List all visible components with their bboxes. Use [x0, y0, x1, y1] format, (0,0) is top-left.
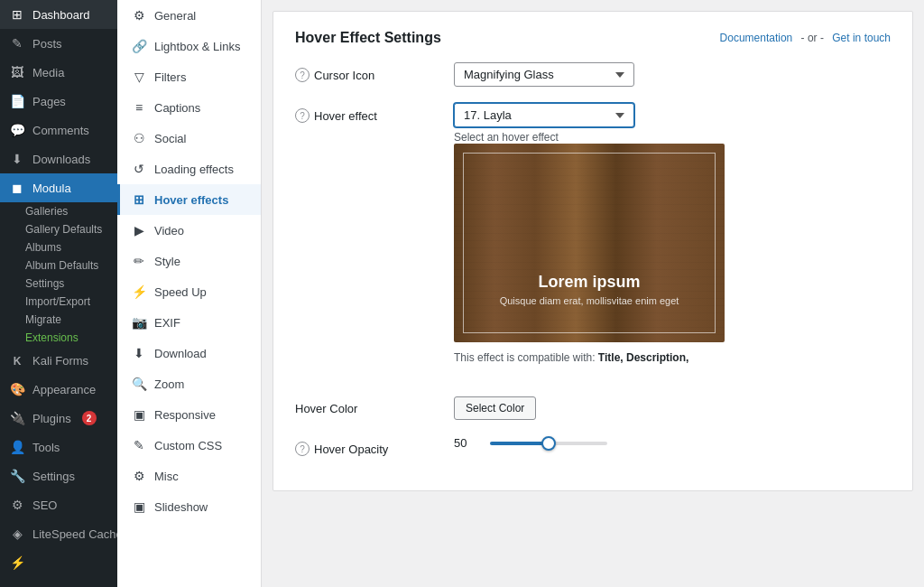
- sidebar-item-plugins[interactable]: 🔌 Plugins 2: [0, 404, 117, 433]
- documentation-link[interactable]: Documentation: [720, 32, 793, 44]
- hover-opacity-help[interactable]: ?: [295, 442, 310, 456]
- sidebar-item-posts[interactable]: ✎ Posts: [0, 29, 117, 58]
- filters-icon: ▽: [131, 70, 147, 84]
- sub-item-misc[interactable]: ⚙ Misc: [117, 461, 261, 491]
- sub-item-exif[interactable]: 📷 EXIF: [117, 307, 261, 338]
- hover-effect-preview: Lorem ipsum Quisque diam erat, mollisvit…: [454, 144, 725, 342]
- sidebar-sub-album-defaults[interactable]: Album Defaults: [0, 256, 117, 275]
- sidebar-item-appearance[interactable]: 🎨 Appearance: [0, 375, 117, 404]
- cursor-icon-label-group: ? Cursor Icon: [295, 62, 439, 82]
- sidebar-sub-import-export[interactable]: Import/Export: [0, 293, 117, 311]
- sidebar-sub-galleries[interactable]: Galleries: [0, 202, 117, 220]
- sub-item-video[interactable]: ▶ Video: [117, 215, 261, 246]
- hover-icon: ⊞: [131, 192, 147, 207]
- hover-effect-hint: Select an hover effect: [454, 131, 891, 144]
- cursor-icon-select[interactable]: Magnifying Glass Default Arrow Custom: [454, 62, 634, 87]
- seo-icon: ◈: [9, 526, 25, 541]
- opacity-row: 50: [454, 436, 891, 450]
- sidebar-item-comments[interactable]: 💬 Comments: [0, 116, 117, 144]
- preview-subtitle: Quisque diam erat, mollisvitae enim eget: [454, 295, 725, 306]
- loading-icon: ↺: [131, 162, 147, 176]
- sidebar-item-downloads[interactable]: ⬇ Downloads: [0, 144, 117, 173]
- hover-effect-help[interactable]: ?: [295, 108, 310, 123]
- misc-icon: ⚙: [131, 469, 147, 483]
- panel-title: Hover Effect Settings: [295, 30, 441, 46]
- hover-opacity-row: ? Hover Opacity 50: [295, 436, 891, 456]
- select-color-button[interactable]: Select Color: [454, 396, 536, 420]
- sub-item-lightbox[interactable]: 🔗 Lightbox & Links: [117, 31, 261, 61]
- media-icon: 🖼: [9, 65, 25, 79]
- header-separator: - or -: [801, 32, 827, 44]
- opacity-slider[interactable]: [490, 442, 607, 445]
- hover-effect-select[interactable]: 1. Lily 2. Sadie 3. Honey 4. Oscar 5. Ro…: [454, 103, 634, 127]
- sub-item-social[interactable]: ⚇ Social: [117, 123, 261, 154]
- sidebar-item-label: Dashboard: [32, 8, 90, 22]
- cursor-icon-control: Magnifying Glass Default Arrow Custom: [454, 62, 891, 87]
- users-icon: 👤: [9, 440, 25, 454]
- preview-title: Lorem ipsum: [454, 273, 725, 292]
- sub-item-loading[interactable]: ↺ Loading effects: [117, 154, 261, 184]
- litespeed-icon: ⚡: [9, 555, 25, 570]
- settings-icon: ⚙: [9, 498, 25, 512]
- hover-opacity-label: Hover Opacity: [314, 443, 388, 456]
- sub-item-zoom[interactable]: 🔍 Zoom: [117, 368, 261, 399]
- sub-item-hover[interactable]: ⊞ Hover effects: [117, 184, 261, 215]
- opacity-value: 50: [454, 436, 479, 450]
- sidebar-item-seo[interactable]: ◈ LiteSpeed Cache: [0, 519, 117, 548]
- hover-color-label: Hover Color: [295, 396, 439, 415]
- lightbox-icon: 🔗: [131, 39, 147, 53]
- sidebar-sub-settings[interactable]: Settings: [0, 275, 117, 293]
- sub-item-general[interactable]: ⚙ General: [117, 0, 261, 31]
- settings-panel: Hover Effect Settings Documentation - or…: [273, 11, 913, 491]
- sidebar-sub-migrate[interactable]: Migrate: [0, 311, 117, 329]
- sub-item-filters[interactable]: ▽ Filters: [117, 61, 261, 92]
- sidebar-item-modula[interactable]: ◼ Modula: [0, 173, 117, 202]
- sidebar-item-media[interactable]: 🖼 Media: [0, 58, 117, 87]
- compat-items: Title, Description,: [598, 351, 688, 364]
- cursor-icon-row: ? Cursor Icon Magnifying Glass Default A…: [295, 62, 891, 87]
- sidebar-sub-extensions[interactable]: Extensions: [0, 329, 117, 347]
- sidebar-item-settings[interactable]: ⚙ SEO: [0, 490, 117, 519]
- cursor-icon-help[interactable]: ?: [295, 68, 310, 82]
- cursor-icon-label: Cursor Icon: [314, 69, 374, 82]
- sidebar-item-tools[interactable]: 🔧 Settings: [0, 461, 117, 490]
- hover-color-row: Hover Color Select Color: [295, 396, 891, 420]
- sidebar-sub-albums[interactable]: Albums: [0, 238, 117, 256]
- settings-sidebar: ⚙ General 🔗 Lightbox & Links ▽ Filters ≡…: [117, 0, 262, 587]
- video-icon: ▶: [131, 223, 147, 238]
- plugins-icon: 🔌: [9, 411, 25, 425]
- sidebar-item-kali-forms[interactable]: K Kali Forms: [0, 347, 117, 375]
- social-icon: ⚇: [131, 131, 147, 145]
- preview-text-overlay: Lorem ipsum Quisque diam erat, mollisvit…: [454, 273, 725, 306]
- general-icon: ⚙: [131, 8, 147, 23]
- zoom-icon: 🔍: [131, 377, 147, 391]
- compat-text: This effect is compatible with: Title, D…: [454, 351, 891, 364]
- contact-link[interactable]: Get in touch: [832, 32, 891, 44]
- modula-icon: ◼: [9, 181, 25, 195]
- sub-item-slideshow[interactable]: ▣ Slideshow: [117, 491, 261, 522]
- sidebar-item-litespeed[interactable]: ⚡: [0, 548, 117, 577]
- comments-icon: 💬: [9, 123, 25, 137]
- style-icon: ✏: [131, 254, 147, 268]
- sidebar-item-users[interactable]: 👤 Tools: [0, 433, 117, 461]
- exif-icon: 📷: [131, 315, 147, 330]
- sidebar-sub-gallery-defaults[interactable]: Gallery Defaults: [0, 220, 117, 238]
- panel-header: Hover Effect Settings Documentation - or…: [295, 30, 891, 46]
- sub-item-style[interactable]: ✏ Style: [117, 246, 261, 276]
- sidebar-item-dashboard[interactable]: ⊞ Dashboard: [0, 0, 117, 29]
- sub-item-responsive[interactable]: ▣ Responsive: [117, 399, 261, 430]
- hover-color-control: Select Color: [454, 396, 891, 420]
- speedup-icon: ⚡: [131, 284, 147, 299]
- hover-effect-label: Hover effect: [314, 109, 377, 123]
- sub-item-custom-css[interactable]: ✎ Custom CSS: [117, 430, 261, 461]
- sub-item-captions[interactable]: ≡ Captions: [117, 92, 261, 123]
- downloads-icon: ⬇: [9, 152, 25, 166]
- sub-item-speedup[interactable]: ⚡ Speed Up: [117, 276, 261, 307]
- pages-icon: 📄: [9, 94, 25, 108]
- sidebar-item-pages[interactable]: 📄 Pages: [0, 87, 117, 116]
- admin-sidebar: ⊞ Dashboard ✎ Posts 🖼 Media 📄 Pages 💬 Co…: [0, 0, 117, 587]
- compat-label: This effect is compatible with:: [454, 351, 596, 364]
- tools-icon: 🔧: [9, 469, 25, 483]
- sub-item-download[interactable]: ⬇ Download: [117, 338, 261, 368]
- hover-effect-label-group: ? Hover effect: [295, 103, 439, 123]
